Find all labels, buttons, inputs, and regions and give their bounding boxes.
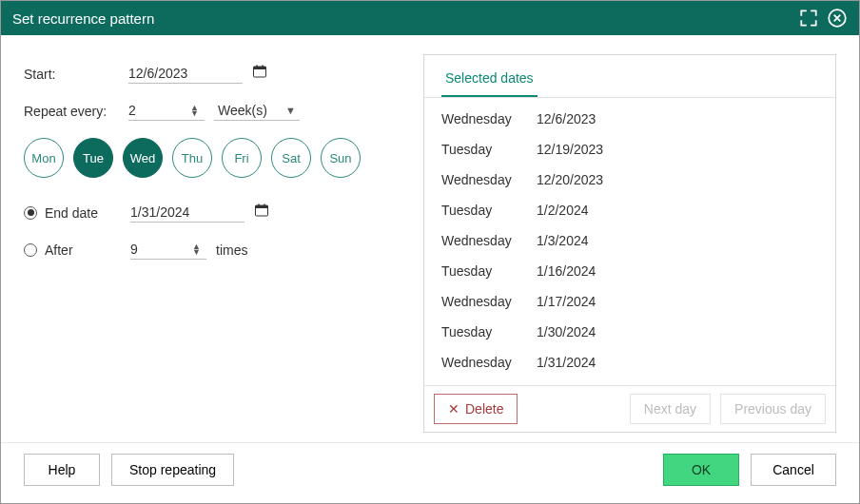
- help-button[interactable]: Help: [24, 454, 100, 486]
- date-row-date: 1/17/2024: [537, 294, 596, 309]
- date-row-date: 1/30/2024: [537, 324, 596, 339]
- day-fri[interactable]: Fri: [222, 138, 262, 178]
- close-icon[interactable]: [827, 8, 848, 29]
- next-day-button[interactable]: Next day: [630, 394, 711, 424]
- date-row-dow: Wednesday: [441, 294, 537, 309]
- tab-selected-dates[interactable]: Selected dates: [441, 65, 538, 97]
- repeat-label: Repeat every:: [24, 104, 128, 119]
- day-sat[interactable]: Sat: [271, 138, 311, 178]
- stop-repeating-button[interactable]: Stop repeating: [111, 454, 234, 486]
- titlebar: Set recurrence pattern: [1, 1, 859, 35]
- date-row-date: 1/2/2024: [537, 203, 589, 218]
- delete-label: Delete: [465, 401, 503, 417]
- day-wed[interactable]: Wed: [123, 138, 163, 178]
- repeat-unit-value: Week(s): [218, 103, 267, 118]
- recurrence-form: Start: 12/6/2023 Repeat every: 2 ▲▼ Week…: [24, 54, 423, 433]
- after-count-input[interactable]: 9 ▲▼: [130, 240, 206, 260]
- date-row[interactable]: Tuesday1/30/2024: [441, 317, 818, 347]
- end-date-radio[interactable]: [24, 206, 37, 220]
- date-row-dow: Wednesday: [441, 355, 537, 370]
- after-count-value: 9: [130, 242, 138, 257]
- previous-day-button[interactable]: Previous day: [720, 394, 826, 424]
- day-tue[interactable]: Tue: [73, 138, 113, 178]
- delete-button[interactable]: ✕ Delete: [434, 394, 518, 424]
- after-unit-label: times: [216, 242, 247, 258]
- repeat-count-value: 2: [128, 103, 136, 118]
- maximize-icon[interactable]: [798, 8, 819, 29]
- svg-rect-6: [256, 205, 268, 208]
- stepper-icon[interactable]: ▲▼: [192, 243, 201, 255]
- date-row-dow: Wednesday: [441, 172, 537, 187]
- date-row[interactable]: Wednesday12/6/2023: [441, 104, 818, 134]
- date-list: Wednesday12/6/2023Tuesday12/19/2023Wedne…: [424, 98, 835, 385]
- date-row-dow: Tuesday: [441, 203, 537, 218]
- date-row-dow: Tuesday: [441, 263, 537, 279]
- date-row-date: 12/19/2023: [537, 142, 603, 157]
- calendar-icon[interactable]: [254, 203, 271, 220]
- date-row-date: 1/16/2024: [537, 263, 596, 279]
- date-row-dow: Tuesday: [441, 324, 537, 339]
- weekday-picker: MonTueWedThuFriSatSun: [24, 138, 423, 178]
- svg-rect-2: [254, 67, 266, 69]
- end-date-label: End date: [45, 205, 130, 221]
- date-row[interactable]: Tuesday1/2/2024: [441, 195, 818, 225]
- date-row-date: 12/20/2023: [537, 172, 603, 187]
- after-radio[interactable]: [24, 243, 37, 257]
- start-date-input[interactable]: 12/6/2023: [128, 64, 243, 84]
- date-row-date: 1/31/2024: [537, 355, 596, 370]
- day-thu[interactable]: Thu: [172, 138, 212, 178]
- ok-button[interactable]: OK: [663, 454, 739, 486]
- date-row[interactable]: Tuesday12/19/2023: [441, 134, 818, 165]
- day-mon[interactable]: Mon: [24, 138, 64, 178]
- dialog-footer: Help Stop repeating OK Cancel: [1, 442, 859, 495]
- date-row[interactable]: Wednesday1/31/2024: [441, 347, 818, 378]
- date-row[interactable]: Wednesday1/17/2024: [441, 286, 818, 317]
- stepper-icon[interactable]: ▲▼: [190, 105, 199, 116]
- date-row[interactable]: Wednesday12/20/2023: [441, 165, 818, 195]
- end-date-input[interactable]: 1/31/2024: [130, 203, 244, 223]
- date-row-dow: Wednesday: [441, 111, 537, 126]
- repeat-unit-select[interactable]: Week(s) ▼: [214, 101, 300, 121]
- after-label: After: [45, 242, 130, 258]
- date-row[interactable]: Wednesday1/3/2024: [441, 225, 818, 256]
- date-row[interactable]: Tuesday1/16/2024: [441, 256, 818, 286]
- day-sun[interactable]: Sun: [321, 138, 361, 178]
- date-row-dow: Tuesday: [441, 142, 537, 157]
- start-label: Start:: [24, 67, 128, 82]
- selected-dates-panel: Selected dates Wednesday12/6/2023Tuesday…: [423, 54, 836, 433]
- cancel-button[interactable]: Cancel: [751, 454, 836, 486]
- dialog-title: Set recurrence pattern: [12, 10, 791, 27]
- x-icon: ✕: [448, 401, 459, 417]
- calendar-icon[interactable]: [252, 64, 269, 81]
- date-row-date: 12/6/2023: [537, 111, 596, 126]
- chevron-down-icon: ▼: [285, 105, 296, 116]
- date-row-dow: Wednesday: [441, 233, 537, 248]
- repeat-count-input[interactable]: 2 ▲▼: [128, 101, 205, 121]
- date-row-date: 1/3/2024: [537, 233, 589, 248]
